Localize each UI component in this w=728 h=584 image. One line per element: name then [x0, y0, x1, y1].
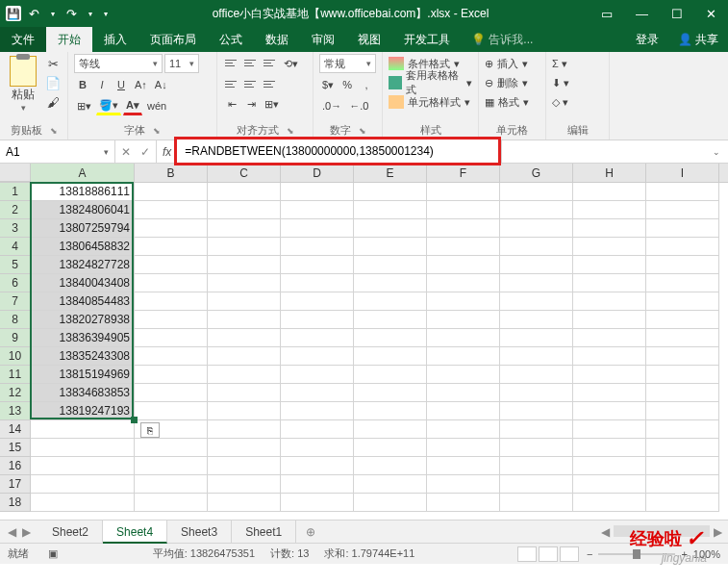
cell-F9[interactable] — [427, 329, 500, 347]
cell-H12[interactable] — [573, 384, 646, 402]
col-header-A[interactable]: A — [31, 164, 135, 182]
cell-H2[interactable] — [573, 201, 646, 219]
cell-C13[interactable] — [208, 402, 281, 420]
cell-G11[interactable] — [500, 366, 573, 384]
cell-D14[interactable] — [281, 420, 354, 439]
cell-H4[interactable] — [573, 238, 646, 256]
cell-E15[interactable] — [354, 439, 427, 457]
sheet-tab-sheet4[interactable]: Sheet4 — [103, 521, 167, 544]
cell-G17[interactable] — [500, 475, 573, 494]
col-header-F[interactable]: F — [427, 164, 500, 182]
decrease-decimal-button[interactable]: ←.0 — [346, 96, 371, 115]
cell-D6[interactable] — [281, 274, 354, 292]
row-header-13[interactable]: 13 — [0, 402, 31, 420]
cell-E10[interactable] — [354, 347, 427, 366]
tab-formulas[interactable]: 公式 — [208, 27, 254, 52]
sheet-nav-prev[interactable]: ◀ — [8, 525, 16, 539]
cell-I17[interactable] — [646, 475, 719, 494]
redo-dropdown[interactable]: ▾ — [85, 10, 96, 18]
cell-A3[interactable]: 13807259794 — [31, 219, 135, 238]
cell-H7[interactable] — [573, 292, 646, 311]
name-box[interactable]: A1▾ — [0, 140, 115, 163]
cell-C8[interactable] — [208, 311, 281, 329]
autosum-button[interactable]: Σ ▾ — [552, 54, 603, 73]
cell-I5[interactable] — [646, 256, 719, 274]
cell-F13[interactable] — [427, 402, 500, 420]
maximize-icon[interactable]: ☐ — [660, 7, 694, 21]
cell-D2[interactable] — [281, 201, 354, 219]
cell-I1[interactable] — [646, 183, 719, 201]
hscroll-right[interactable]: ▶ — [714, 525, 722, 539]
cell-G6[interactable] — [500, 274, 573, 292]
cell-I18[interactable] — [646, 494, 719, 512]
number-launcher[interactable]: ⬊ — [359, 126, 366, 136]
cell-I14[interactable] — [646, 420, 719, 439]
cell-I13[interactable] — [646, 402, 719, 420]
align-left-button[interactable] — [223, 75, 240, 92]
cell-H5[interactable] — [573, 256, 646, 274]
cell-H14[interactable] — [573, 420, 646, 439]
cell-H1[interactable] — [573, 183, 646, 201]
cell-G5[interactable] — [500, 256, 573, 274]
row-header-2[interactable]: 2 — [0, 201, 31, 219]
row-header-6[interactable]: 6 — [0, 274, 31, 292]
cell-C2[interactable] — [208, 201, 281, 219]
select-all-corner[interactable] — [0, 164, 31, 182]
close-icon[interactable]: ✕ — [694, 7, 728, 21]
cell-I10[interactable] — [646, 347, 719, 366]
bold-button[interactable]: B — [74, 75, 91, 94]
row-header-7[interactable]: 7 — [0, 292, 31, 311]
cell-C12[interactable] — [208, 384, 281, 402]
row-header-11[interactable]: 11 — [0, 366, 31, 384]
sheet-tab-sheet1[interactable]: Sheet1 — [232, 521, 296, 544]
cell-F17[interactable] — [427, 475, 500, 494]
fill-handle[interactable] — [131, 417, 138, 423]
cell-C16[interactable] — [208, 457, 281, 475]
col-header-G[interactable]: G — [500, 164, 573, 182]
cell-I9[interactable] — [646, 329, 719, 347]
cell-I16[interactable] — [646, 457, 719, 475]
cell-C1[interactable] — [208, 183, 281, 201]
cell-B6[interactable] — [135, 274, 208, 292]
cell-A1[interactable]: 13818886111 — [31, 183, 135, 201]
row-header-1[interactable]: 1 — [0, 183, 31, 201]
increase-decimal-button[interactable]: .0→ — [319, 96, 344, 115]
cell-E12[interactable] — [354, 384, 427, 402]
cell-I15[interactable] — [646, 439, 719, 457]
align-center-button[interactable] — [242, 75, 260, 92]
insert-cells-button[interactable]: ⊕ 插入 ▾ — [485, 54, 540, 73]
cell-E9[interactable] — [354, 329, 427, 347]
enter-formula-icon[interactable]: ✓ — [140, 145, 150, 159]
sheet-nav-next[interactable]: ▶ — [22, 525, 31, 539]
cell-H10[interactable] — [573, 347, 646, 366]
sheet-tab-sheet3[interactable]: Sheet3 — [167, 521, 232, 544]
cell-D17[interactable] — [281, 475, 354, 494]
font-color-button[interactable]: A▾ — [123, 96, 142, 115]
align-bottom-button[interactable] — [262, 54, 279, 71]
font-size-select[interactable]: 11▾ — [164, 54, 199, 73]
cell-D16[interactable] — [281, 457, 354, 475]
cell-F18[interactable] — [427, 494, 500, 512]
cell-C18[interactable] — [208, 494, 281, 512]
cell-D15[interactable] — [281, 439, 354, 457]
cancel-formula-icon[interactable]: ✕ — [121, 145, 131, 159]
cell-B7[interactable] — [135, 292, 208, 311]
cell-F4[interactable] — [427, 238, 500, 256]
cell-E18[interactable] — [354, 494, 427, 512]
cell-A17[interactable] — [31, 475, 135, 494]
cell-F16[interactable] — [427, 457, 500, 475]
cell-G4[interactable] — [500, 238, 573, 256]
tab-review[interactable]: 审阅 — [300, 27, 346, 52]
qat-customize[interactable]: ▾ — [100, 10, 112, 18]
row-header-8[interactable]: 8 — [0, 311, 31, 329]
align-middle-button[interactable] — [242, 54, 260, 71]
cell-F2[interactable] — [427, 201, 500, 219]
align-top-button[interactable] — [223, 54, 240, 71]
cell-G10[interactable] — [500, 347, 573, 366]
cell-A13[interactable]: 13819247193 — [31, 402, 135, 420]
cell-B10[interactable] — [135, 347, 208, 366]
cell-A4[interactable]: 13806458832 — [31, 238, 135, 256]
tab-dev[interactable]: 开发工具 — [392, 27, 462, 52]
cell-E16[interactable] — [354, 457, 427, 475]
cell-E3[interactable] — [354, 219, 427, 238]
